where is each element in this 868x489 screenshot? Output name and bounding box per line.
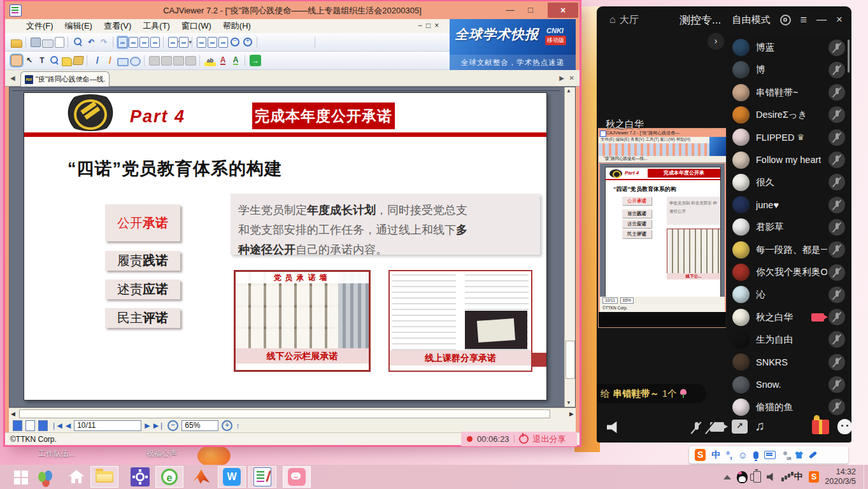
member-row[interactable]: 偷猫的鱼 xyxy=(726,396,851,418)
gray-tool-icon[interactable] xyxy=(161,56,172,66)
taskbar-browser-button[interactable]: e xyxy=(155,466,183,488)
menu-item-5[interactable]: 帮助(H) xyxy=(217,20,257,32)
stamp-tool-icon[interactable] xyxy=(73,56,84,65)
camera-on-icon[interactable] xyxy=(811,313,824,322)
mic-muted-icon[interactable] xyxy=(829,399,845,415)
sogou-logo-icon[interactable]: S xyxy=(695,449,706,461)
mic-muted-icon[interactable] xyxy=(829,376,845,393)
vertical-scrollbar[interactable]: ▲ ▼ xyxy=(564,87,575,407)
mdi-window-controls[interactable]: −□× xyxy=(418,21,443,30)
mic-muted-icon[interactable] xyxy=(829,287,845,303)
settings-gear-icon[interactable] xyxy=(780,15,791,25)
desktop-icon-label-wish[interactable]: 祝福心声 xyxy=(146,448,177,459)
gift-icon[interactable] xyxy=(812,420,829,434)
rect-tool-icon[interactable] xyxy=(117,58,129,66)
save-tool-icon[interactable] xyxy=(31,38,41,47)
mic-muted-icon[interactable] xyxy=(829,174,845,190)
pg-tool-icon[interactable] xyxy=(168,37,178,48)
maximize-button[interactable]: □ xyxy=(522,4,539,16)
pg-tool-icon[interactable] xyxy=(129,37,138,48)
nav-next-tool-icon[interactable] xyxy=(287,36,299,48)
menu-item-4[interactable]: 窗口(W) xyxy=(176,20,217,32)
scroll-left-icon[interactable]: ◀ xyxy=(11,411,15,417)
nav-last-tool-icon[interactable] xyxy=(300,36,311,48)
chat-ghost-icon[interactable] xyxy=(837,419,851,434)
tab-scroll-left-icon[interactable]: ◀ xyxy=(10,74,15,82)
gray-tool-icon[interactable] xyxy=(173,56,184,66)
exit-share-button[interactable]: 退出分享 xyxy=(533,434,566,445)
oval-tool-icon[interactable] xyxy=(130,57,141,66)
menu-item-2[interactable]: 查看(V) xyxy=(98,20,137,32)
taskbar-matlab-button[interactable] xyxy=(187,466,215,488)
taskbar-wps-button[interactable]: W xyxy=(218,466,246,488)
sogou-tray-icon[interactable]: S xyxy=(809,471,820,483)
pg-tool-icon[interactable] xyxy=(179,37,189,48)
keyboard-icon[interactable] xyxy=(764,451,776,459)
text-tool-icon[interactable] xyxy=(36,55,48,66)
zoom-in-button[interactable]: + xyxy=(222,420,232,431)
pen-b-tool-icon[interactable] xyxy=(92,55,103,66)
more-tool-icon[interactable] xyxy=(320,36,331,48)
member-row[interactable]: 很久 xyxy=(726,171,851,194)
hl-tool-icon[interactable] xyxy=(204,55,216,66)
menu-hamburger-icon[interactable]: ≡ xyxy=(800,13,808,27)
tab-close-icon[interactable]: ✕ xyxy=(569,74,574,82)
scroll-down-icon[interactable]: ▼ xyxy=(566,400,571,406)
menu-item-3[interactable]: 工具(T) xyxy=(137,20,176,32)
print-tool-icon[interactable] xyxy=(42,39,53,48)
gray-tool-icon[interactable] xyxy=(185,56,196,66)
show-desktop-button[interactable] xyxy=(864,465,868,489)
network-signal-icon[interactable] xyxy=(781,478,784,481)
pg-tool-icon[interactable] xyxy=(218,37,228,48)
mic-muted-icon[interactable] xyxy=(829,331,845,348)
music-icon[interactable]: ♫ xyxy=(755,418,765,434)
taskbar-chat-button[interactable] xyxy=(283,466,311,488)
ime-tools-icon[interactable] xyxy=(809,451,817,458)
battery-icon[interactable] xyxy=(753,471,761,483)
mic-muted-icon[interactable] xyxy=(829,197,845,213)
scroll-right-icon[interactable]: ▶ xyxy=(569,411,574,417)
member-row[interactable]: DesireΣっき xyxy=(726,104,851,126)
tray-expand-icon[interactable] xyxy=(723,475,731,479)
screen-share-preview[interactable]: CAJViewer 7.2 - ["疫"路同心践使命— 文件(E) 编辑(E) … xyxy=(599,129,726,327)
taskbar-balloons-button[interactable] xyxy=(31,466,59,488)
taskbar-caj-button[interactable] xyxy=(248,466,276,488)
camera-muted-icon[interactable] xyxy=(710,422,724,432)
search-tool-icon[interactable] xyxy=(73,36,84,48)
minimize-button[interactable]: — xyxy=(502,4,518,16)
zoom-out-tool-icon[interactable] xyxy=(229,36,241,48)
taskbar-home-button[interactable] xyxy=(62,466,90,488)
mic-muted-icon[interactable] xyxy=(829,241,845,258)
horizontal-scroll-thumb[interactable] xyxy=(19,409,550,418)
mic-muted-icon[interactable] xyxy=(829,106,845,123)
horizontal-scrollbar[interactable]: ◀ ▶ xyxy=(9,408,576,419)
menu-item-0[interactable]: 文件(F) xyxy=(20,20,59,32)
pg-tool-icon[interactable] xyxy=(208,37,217,48)
next-page-button[interactable]: ▶ xyxy=(145,422,150,430)
mic-muted-icon[interactable] xyxy=(829,219,845,236)
voice-input-icon[interactable] xyxy=(753,451,758,459)
member-row[interactable]: 串错鞋带~ xyxy=(726,82,851,104)
volume-icon[interactable] xyxy=(767,472,776,481)
speaker-icon[interactable] xyxy=(607,421,621,434)
pg-tool-icon[interactable] xyxy=(197,37,206,48)
member-row[interactable]: 每一段路、都是一... xyxy=(726,239,851,261)
zoom-level-input[interactable]: 65% xyxy=(181,420,218,431)
member-row[interactable]: 博 xyxy=(726,59,851,81)
document-tab[interactable]: PDF "疫"路同心践使命—线... xyxy=(20,71,110,87)
zoomarea-tool-icon[interactable] xyxy=(49,55,60,66)
ime-punct-toggle[interactable]: °, xyxy=(726,450,732,460)
ime-lang-toggle[interactable]: 中 xyxy=(711,450,720,461)
member-list-expander[interactable]: › xyxy=(708,33,724,50)
Ar-tool-icon[interactable] xyxy=(217,55,229,66)
panel-close-icon[interactable]: × xyxy=(836,13,843,26)
gray-tool-icon[interactable] xyxy=(149,56,160,66)
home-icon[interactable]: ⌂ xyxy=(609,14,616,25)
member-row[interactable]: Snow. xyxy=(726,374,851,396)
nav-prev-tool-icon[interactable] xyxy=(274,36,286,48)
mic-muted-icon[interactable] xyxy=(829,62,845,78)
title-bar[interactable]: CAJViewer 7.2 - ["疫"路同心践使命——线上专题组织生活会202… xyxy=(5,1,580,19)
member-list-scrollbar[interactable] xyxy=(848,39,850,73)
member-row[interactable]: 生为自由 xyxy=(726,329,851,351)
zoom-in-tool-icon[interactable] xyxy=(242,36,253,48)
